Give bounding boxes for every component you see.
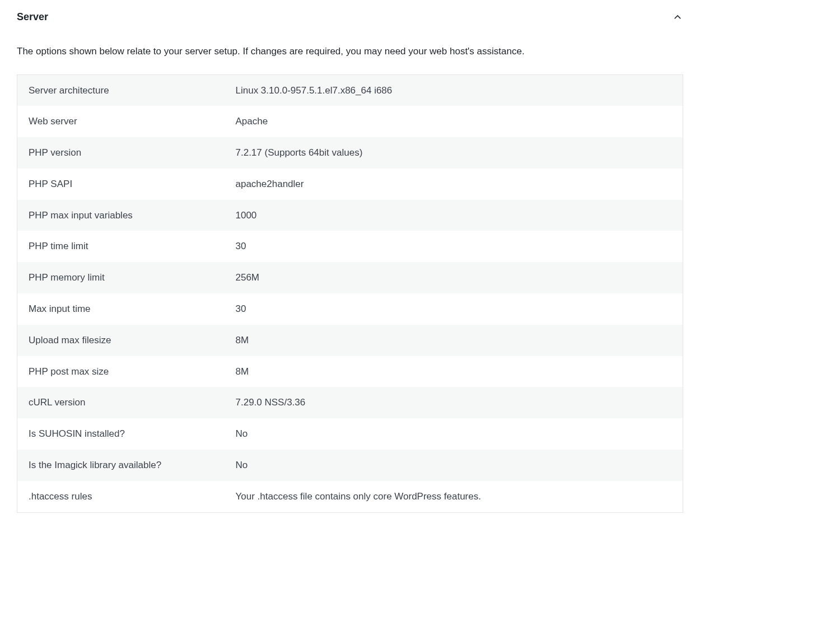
- row-value: Your .htaccess file contains only core W…: [225, 481, 683, 512]
- row-value: Apache: [225, 106, 683, 137]
- table-row: PHP max input variables1000: [17, 200, 683, 231]
- table-row: Max input time30: [17, 293, 683, 325]
- section-title: Server: [17, 11, 48, 23]
- row-label: PHP version: [17, 137, 225, 169]
- table-row: cURL version7.29.0 NSS/3.36: [17, 387, 683, 418]
- table-row: Is the Imagick library available?No: [17, 450, 683, 481]
- row-label: Upload max filesize: [17, 325, 225, 356]
- table-row: PHP version7.2.17 (Supports 64bit values…: [17, 137, 683, 169]
- row-label: PHP SAPI: [17, 169, 225, 200]
- row-label: .htaccess rules: [17, 481, 225, 512]
- table-row: Upload max filesize8M: [17, 325, 683, 356]
- row-label: Web server: [17, 106, 225, 137]
- row-value: 7.29.0 NSS/3.36: [225, 387, 683, 418]
- row-value: 8M: [225, 356, 683, 387]
- server-section: Server The options shown below relate to…: [0, 0, 700, 535]
- table-row: PHP SAPIapache2handler: [17, 169, 683, 200]
- row-label: PHP memory limit: [17, 262, 225, 293]
- table-row: .htaccess rulesYour .htaccess file conta…: [17, 481, 683, 512]
- table-row: PHP post max size8M: [17, 356, 683, 387]
- row-label: PHP max input variables: [17, 200, 225, 231]
- row-value: Linux 3.10.0-957.5.1.el7.x86_64 i686: [225, 74, 683, 106]
- row-label: cURL version: [17, 387, 225, 418]
- row-label: Is SUHOSIN installed?: [17, 418, 225, 450]
- section-description: The options shown below relate to your s…: [17, 44, 683, 59]
- row-label: Max input time: [17, 293, 225, 325]
- row-value: 1000: [225, 200, 683, 231]
- row-value: No: [225, 450, 683, 481]
- row-label: Is the Imagick library available?: [17, 450, 225, 481]
- row-value: 30: [225, 231, 683, 262]
- row-value: apache2handler: [225, 169, 683, 200]
- chevron-up-icon: [673, 12, 683, 22]
- section-header[interactable]: Server: [17, 11, 683, 23]
- table-row: Is SUHOSIN installed?No: [17, 418, 683, 450]
- collapse-toggle[interactable]: [672, 12, 683, 23]
- table-row: PHP memory limit256M: [17, 262, 683, 293]
- table-row: Server architectureLinux 3.10.0-957.5.1.…: [17, 74, 683, 106]
- row-label: Server architecture: [17, 74, 225, 106]
- row-value: 7.2.17 (Supports 64bit values): [225, 137, 683, 169]
- row-label: PHP time limit: [17, 231, 225, 262]
- row-label: PHP post max size: [17, 356, 225, 387]
- row-value: 8M: [225, 325, 683, 356]
- server-info-table: Server architectureLinux 3.10.0-957.5.1.…: [17, 74, 683, 513]
- row-value: 256M: [225, 262, 683, 293]
- table-row: Web serverApache: [17, 106, 683, 137]
- row-value: No: [225, 418, 683, 450]
- row-value: 30: [225, 293, 683, 325]
- table-row: PHP time limit30: [17, 231, 683, 262]
